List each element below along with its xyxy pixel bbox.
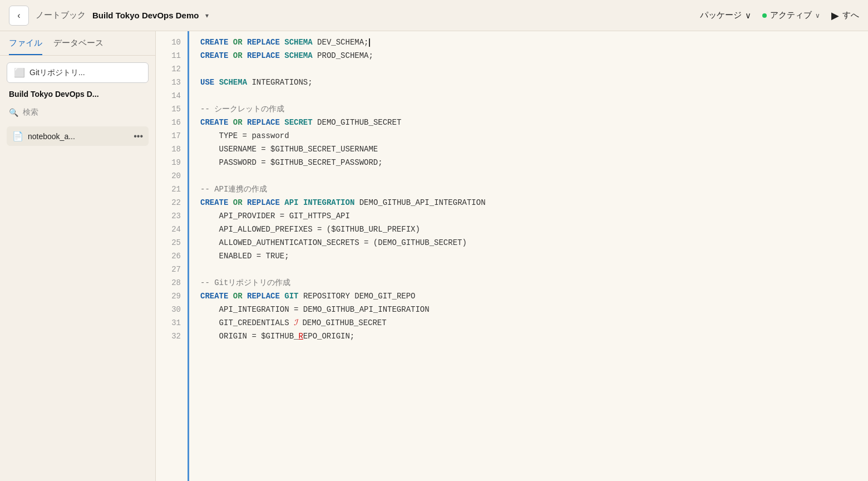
code-line-32: ORIGIN = $GITHUB_REPO_ORIGIN; — [200, 330, 868, 343]
tab-files[interactable]: ファイル — [9, 38, 42, 55]
main-layout: ファイル データベース ⬜ Gitリポジトリ... Build Tokyo De… — [0, 31, 868, 481]
tab-database[interactable]: データベース — [53, 38, 103, 55]
back-button[interactable]: ‹ — [9, 6, 29, 26]
line-num-19: 19 — [156, 156, 188, 169]
file-menu-icon[interactable]: ••• — [134, 131, 143, 141]
top-bar: ‹ ノートブック Build Tokyo DevOps Demo ▾ パッケージ… — [0, 0, 868, 31]
line-num-14: 14 — [156, 89, 188, 102]
line-num-17: 17 — [156, 129, 188, 143]
status-indicator: アクティブ ∨ — [762, 10, 820, 21]
line-num-23: 23 — [156, 209, 188, 223]
top-bar-right: パッケージ ∨ アクティブ ∨ ▶ すへ — [700, 9, 859, 22]
run-icon: ▶ — [831, 9, 839, 22]
code-line-23: API_PROVIDER = GIT_HTTPS_API — [200, 209, 868, 223]
line-num-29: 29 — [156, 289, 188, 303]
file-name-label: notebook_a... — [28, 132, 129, 141]
code-line-14 — [200, 89, 868, 102]
line-num-31: 31 — [156, 316, 188, 330]
code-line-12 — [200, 62, 868, 76]
line-num-24: 24 — [156, 223, 188, 236]
git-repo-button[interactable]: ⬜ Gitリポジトリ... — [7, 62, 149, 83]
status-label: アクティブ — [770, 10, 812, 21]
packages-button[interactable]: パッケージ ∨ — [700, 10, 751, 21]
line-num-22: 22 — [156, 196, 188, 209]
title-dropdown-icon[interactable]: ▾ — [205, 12, 209, 19]
git-icon: ⬜ — [14, 67, 25, 78]
code-content: 10 11 12 13 14 15 16 17 18 19 20 21 22 2… — [156, 31, 868, 481]
line-num-27: 27 — [156, 263, 188, 276]
status-dropdown-icon[interactable]: ∨ — [815, 12, 820, 19]
code-line-11: CREATE OR REPLACE SCHEMA PROD_SCHEMA; — [200, 49, 868, 62]
line-num-13: 13 — [156, 76, 188, 89]
code-line-20 — [200, 169, 868, 183]
run-button[interactable]: ▶ すへ — [831, 9, 859, 22]
code-line-24: API_ALLOWED_PREFIXES = ($GITHUB_URL_PREF… — [200, 223, 868, 236]
code-line-19: PASSWORD = $GITHUB_SECRET_PASSWORD; — [200, 156, 868, 169]
code-line-13: USE SCHEMA INTEGRATIONS; — [200, 76, 868, 89]
sidebar-body: ⬜ Gitリポジトリ... Build Tokyo DevOps D... 🔍 … — [0, 56, 155, 153]
code-line-25: ALLOWED_AUTHENTICATION_SECRETS = (DEMO_G… — [200, 236, 868, 249]
code-line-16: CREATE OR REPLACE SECRET DEMO_GITHUB_SEC… — [200, 116, 868, 129]
sidebar-tabs: ファイル データベース — [0, 31, 155, 56]
line-numbers: 10 11 12 13 14 15 16 17 18 19 20 21 22 2… — [156, 31, 189, 481]
line-num-28: 28 — [156, 276, 188, 289]
notebook-breadcrumb[interactable]: ノートブック — [36, 10, 86, 21]
line-num-26: 26 — [156, 249, 188, 263]
code-line-18: USERNAME = $GITHUB_SECRET_USERNAME — [200, 143, 868, 156]
code-line-31: GIT_CREDENTIALS ℐ DEMO_GITHUB_SECRET — [200, 316, 868, 330]
status-dot-icon — [762, 13, 767, 18]
code-line-26: ENABLED = TRUE; — [200, 249, 868, 263]
code-area[interactable]: 10 11 12 13 14 15 16 17 18 19 20 21 22 2… — [156, 31, 868, 481]
line-num-30: 30 — [156, 303, 188, 316]
file-icon: 📄 — [12, 131, 23, 141]
code-line-29: CREATE OR REPLACE GIT REPOSITORY DEMO_GI… — [200, 289, 868, 303]
line-num-32: 32 — [156, 330, 188, 343]
line-num-25: 25 — [156, 236, 188, 249]
git-repo-label: Gitリポジトリ... — [29, 68, 85, 78]
line-num-18: 18 — [156, 143, 188, 156]
code-line-10: CREATE OR REPLACE SCHEMA DEV_SCHEMA; — [200, 36, 868, 49]
search-placeholder-text: 検索 — [23, 107, 38, 117]
run-label: すへ — [842, 10, 859, 21]
line-num-11: 11 — [156, 49, 188, 62]
code-line-27 — [200, 263, 868, 276]
code-line-17: TYPE = password — [200, 129, 868, 143]
line-num-10: 10 — [156, 36, 188, 49]
code-line-15: -- シークレットの作成 — [200, 102, 868, 116]
code-line-21: -- API連携の作成 — [200, 183, 868, 196]
code-lines[interactable]: CREATE OR REPLACE SCHEMA DEV_SCHEMA; CRE… — [189, 31, 868, 481]
line-num-20: 20 — [156, 169, 188, 183]
code-line-22: CREATE OR REPLACE API INTEGRATION DEMO_G… — [200, 196, 868, 209]
line-num-15: 15 — [156, 102, 188, 116]
code-line-30: API_INTEGRATION = DEMO_GITHUB_API_INTEGR… — [200, 303, 868, 316]
sidebar: ファイル データベース ⬜ Gitリポジトリ... Build Tokyo De… — [0, 31, 156, 481]
line-num-21: 21 — [156, 183, 188, 196]
notebook-name: Build Tokyo DevOps D... — [7, 90, 149, 99]
packages-label: パッケージ — [700, 10, 742, 21]
line-num-16: 16 — [156, 116, 188, 129]
file-item[interactable]: 📄 notebook_a... ••• — [7, 126, 149, 146]
notebook-title: Build Tokyo DevOps Demo — [92, 11, 199, 20]
packages-arrow-icon: ∨ — [745, 11, 751, 21]
search-icon: 🔍 — [9, 108, 18, 117]
code-line-28: -- Gitリポジトリの作成 — [200, 276, 868, 289]
line-num-12: 12 — [156, 62, 188, 76]
search-row: 🔍 検索 — [7, 105, 149, 120]
back-icon: ‹ — [17, 11, 20, 21]
